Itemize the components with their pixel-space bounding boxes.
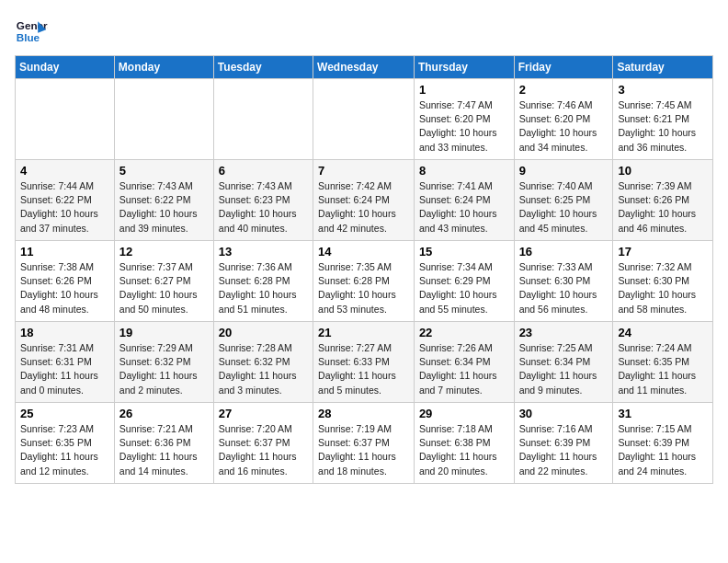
svg-text:Blue: Blue xyxy=(17,31,40,43)
calendar-cell: 27Sunrise: 7:20 AMSunset: 6:37 PMDayligh… xyxy=(213,403,313,484)
calendar-cell: 4Sunrise: 7:44 AMSunset: 6:22 PMDaylight… xyxy=(16,160,115,241)
calendar-table: SundayMondayTuesdayWednesdayThursdayFrid… xyxy=(15,55,713,484)
day-number: 19 xyxy=(119,326,209,339)
day-number: 5 xyxy=(119,164,209,178)
day-number: 16 xyxy=(519,245,609,259)
calendar-cell: 29Sunrise: 7:18 AMSunset: 6:38 PMDayligh… xyxy=(414,403,514,484)
day-number: 11 xyxy=(20,245,109,259)
day-info: Sunrise: 7:28 AMSunset: 6:32 PMDaylight:… xyxy=(219,341,308,397)
day-number: 22 xyxy=(419,326,509,339)
col-header-saturday: Saturday xyxy=(613,56,713,79)
calendar-cell xyxy=(213,79,313,160)
logo: General Blue xyxy=(15,15,51,48)
calendar-cell: 18Sunrise: 7:31 AMSunset: 6:31 PMDayligh… xyxy=(16,322,115,403)
calendar-cell: 25Sunrise: 7:23 AMSunset: 6:35 PMDayligh… xyxy=(16,403,115,484)
calendar-cell: 13Sunrise: 7:36 AMSunset: 6:28 PMDayligh… xyxy=(213,241,313,322)
week-row-2: 4Sunrise: 7:44 AMSunset: 6:22 PMDaylight… xyxy=(16,160,713,241)
col-header-monday: Monday xyxy=(114,56,213,79)
day-number: 10 xyxy=(618,164,708,178)
day-number: 14 xyxy=(318,245,409,259)
day-info: Sunrise: 7:31 AMSunset: 6:31 PMDaylight:… xyxy=(20,341,109,397)
day-info: Sunrise: 7:16 AMSunset: 6:39 PMDaylight:… xyxy=(519,422,609,478)
day-number: 31 xyxy=(618,407,708,420)
day-number: 28 xyxy=(318,407,409,420)
calendar-cell: 7Sunrise: 7:42 AMSunset: 6:24 PMDaylight… xyxy=(313,160,415,241)
col-header-wednesday: Wednesday xyxy=(313,56,415,79)
day-info: Sunrise: 7:19 AMSunset: 6:37 PMDaylight:… xyxy=(318,422,409,478)
calendar-cell xyxy=(16,79,115,160)
day-info: Sunrise: 7:21 AMSunset: 6:36 PMDaylight:… xyxy=(119,422,209,478)
day-info: Sunrise: 7:15 AMSunset: 6:39 PMDaylight:… xyxy=(618,422,708,478)
day-info: Sunrise: 7:41 AMSunset: 6:24 PMDaylight:… xyxy=(419,179,509,236)
calendar-cell: 2Sunrise: 7:46 AMSunset: 6:20 PMDaylight… xyxy=(514,79,613,160)
calendar-cell: 22Sunrise: 7:26 AMSunset: 6:34 PMDayligh… xyxy=(414,322,514,403)
week-row-1: 1Sunrise: 7:47 AMSunset: 6:20 PMDaylight… xyxy=(16,79,713,160)
calendar-cell: 21Sunrise: 7:27 AMSunset: 6:33 PMDayligh… xyxy=(313,322,415,403)
day-info: Sunrise: 7:32 AMSunset: 6:30 PMDaylight:… xyxy=(618,260,708,316)
day-info: Sunrise: 7:37 AMSunset: 6:27 PMDaylight:… xyxy=(119,260,209,316)
calendar-cell: 12Sunrise: 7:37 AMSunset: 6:27 PMDayligh… xyxy=(114,241,213,322)
day-info: Sunrise: 7:29 AMSunset: 6:32 PMDaylight:… xyxy=(119,341,209,397)
calendar-cell: 6Sunrise: 7:43 AMSunset: 6:23 PMDaylight… xyxy=(213,160,313,241)
calendar-cell xyxy=(313,79,415,160)
day-info: Sunrise: 7:36 AMSunset: 6:28 PMDaylight:… xyxy=(219,260,308,316)
calendar-cell: 9Sunrise: 7:40 AMSunset: 6:25 PMDaylight… xyxy=(514,160,613,241)
day-info: Sunrise: 7:25 AMSunset: 6:34 PMDaylight:… xyxy=(519,341,609,397)
calendar-cell: 3Sunrise: 7:45 AMSunset: 6:21 PMDaylight… xyxy=(613,79,713,160)
col-header-thursday: Thursday xyxy=(414,56,514,79)
day-info: Sunrise: 7:46 AMSunset: 6:20 PMDaylight:… xyxy=(519,98,609,155)
col-header-friday: Friday xyxy=(514,56,613,79)
day-info: Sunrise: 7:43 AMSunset: 6:22 PMDaylight:… xyxy=(119,179,209,236)
day-number: 24 xyxy=(618,326,708,339)
day-number: 20 xyxy=(219,326,308,339)
col-header-sunday: Sunday xyxy=(16,56,115,79)
day-number: 12 xyxy=(119,245,209,259)
day-info: Sunrise: 7:27 AMSunset: 6:33 PMDaylight:… xyxy=(318,341,409,397)
day-number: 6 xyxy=(219,164,308,178)
day-number: 29 xyxy=(419,407,509,420)
calendar-cell: 26Sunrise: 7:21 AMSunset: 6:36 PMDayligh… xyxy=(114,403,213,484)
calendar-cell: 5Sunrise: 7:43 AMSunset: 6:22 PMDaylight… xyxy=(114,160,213,241)
page-header: General Blue xyxy=(15,15,713,48)
calendar-cell: 30Sunrise: 7:16 AMSunset: 6:39 PMDayligh… xyxy=(514,403,613,484)
day-info: Sunrise: 7:35 AMSunset: 6:28 PMDaylight:… xyxy=(318,260,409,316)
week-row-3: 11Sunrise: 7:38 AMSunset: 6:26 PMDayligh… xyxy=(16,241,713,322)
day-number: 26 xyxy=(119,407,209,420)
day-number: 3 xyxy=(618,83,708,97)
calendar-cell: 17Sunrise: 7:32 AMSunset: 6:30 PMDayligh… xyxy=(613,241,713,322)
calendar-cell: 15Sunrise: 7:34 AMSunset: 6:29 PMDayligh… xyxy=(414,241,514,322)
calendar-cell: 1Sunrise: 7:47 AMSunset: 6:20 PMDaylight… xyxy=(414,79,514,160)
day-info: Sunrise: 7:18 AMSunset: 6:38 PMDaylight:… xyxy=(419,422,509,478)
day-info: Sunrise: 7:42 AMSunset: 6:24 PMDaylight:… xyxy=(318,179,409,236)
day-info: Sunrise: 7:44 AMSunset: 6:22 PMDaylight:… xyxy=(20,179,109,236)
day-number: 7 xyxy=(318,164,409,178)
calendar-cell: 14Sunrise: 7:35 AMSunset: 6:28 PMDayligh… xyxy=(313,241,415,322)
day-number: 30 xyxy=(519,407,609,420)
calendar-cell: 20Sunrise: 7:28 AMSunset: 6:32 PMDayligh… xyxy=(213,322,313,403)
col-header-tuesday: Tuesday xyxy=(213,56,313,79)
calendar-cell: 31Sunrise: 7:15 AMSunset: 6:39 PMDayligh… xyxy=(613,403,713,484)
calendar-cell: 23Sunrise: 7:25 AMSunset: 6:34 PMDayligh… xyxy=(514,322,613,403)
day-info: Sunrise: 7:47 AMSunset: 6:20 PMDaylight:… xyxy=(419,98,509,155)
day-info: Sunrise: 7:33 AMSunset: 6:30 PMDaylight:… xyxy=(519,260,609,316)
week-row-5: 25Sunrise: 7:23 AMSunset: 6:35 PMDayligh… xyxy=(16,403,713,484)
day-number: 2 xyxy=(519,83,609,97)
day-info: Sunrise: 7:43 AMSunset: 6:23 PMDaylight:… xyxy=(219,179,308,236)
calendar-cell: 28Sunrise: 7:19 AMSunset: 6:37 PMDayligh… xyxy=(313,403,415,484)
calendar-cell: 24Sunrise: 7:24 AMSunset: 6:35 PMDayligh… xyxy=(613,322,713,403)
day-number: 4 xyxy=(20,164,109,178)
day-number: 23 xyxy=(519,326,609,339)
calendar-cell: 10Sunrise: 7:39 AMSunset: 6:26 PMDayligh… xyxy=(613,160,713,241)
calendar-header-row: SundayMondayTuesdayWednesdayThursdayFrid… xyxy=(16,56,713,79)
day-info: Sunrise: 7:45 AMSunset: 6:21 PMDaylight:… xyxy=(618,98,708,155)
day-info: Sunrise: 7:26 AMSunset: 6:34 PMDaylight:… xyxy=(419,341,509,397)
day-number: 18 xyxy=(20,326,109,339)
calendar-cell xyxy=(114,79,213,160)
day-number: 8 xyxy=(419,164,509,178)
day-number: 21 xyxy=(318,326,409,339)
day-info: Sunrise: 7:20 AMSunset: 6:37 PMDaylight:… xyxy=(219,422,308,478)
day-number: 17 xyxy=(618,245,708,259)
calendar-cell: 19Sunrise: 7:29 AMSunset: 6:32 PMDayligh… xyxy=(114,322,213,403)
day-number: 13 xyxy=(219,245,308,259)
day-number: 27 xyxy=(219,407,308,420)
